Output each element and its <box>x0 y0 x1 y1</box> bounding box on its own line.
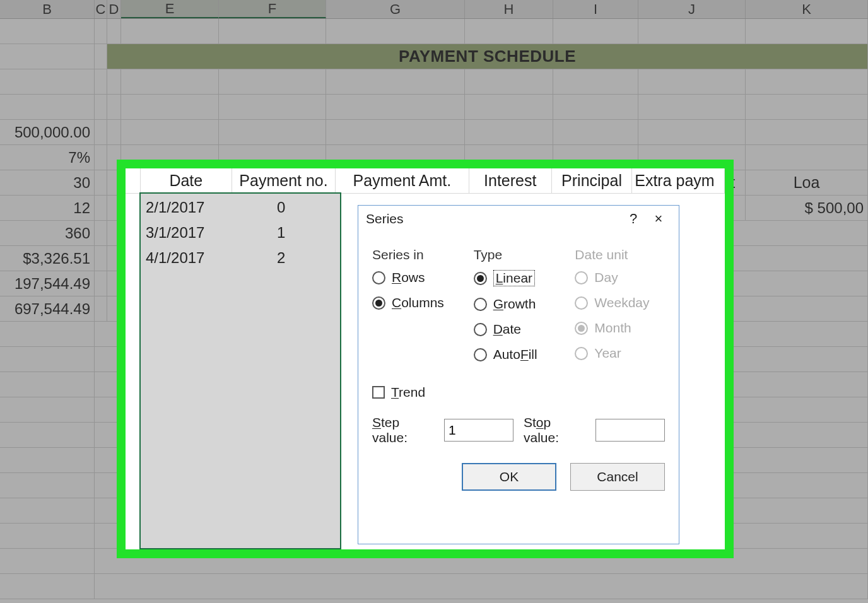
radio-rows[interactable]: Rows <box>372 270 462 285</box>
col-header-K[interactable]: K <box>746 0 868 18</box>
cell[interactable] <box>746 120 868 145</box>
cell[interactable] <box>95 196 107 221</box>
cell[interactable] <box>553 19 638 44</box>
cell[interactable] <box>746 69 868 95</box>
cell[interactable] <box>638 120 746 145</box>
cell[interactable] <box>95 44 107 69</box>
cell-b-val[interactable]: $3,326.51 <box>0 246 95 271</box>
cell[interactable] <box>0 473 95 498</box>
cell[interactable] <box>465 69 553 95</box>
col-header-C[interactable]: C <box>95 0 107 18</box>
cell[interactable] <box>107 120 121 145</box>
cell[interactable] <box>746 19 868 44</box>
cell[interactable] <box>121 19 219 44</box>
ok-button[interactable]: OK <box>462 463 556 491</box>
hdr-pno[interactable]: Payment no. <box>232 168 336 194</box>
hdr-pamt[interactable]: Payment Amt. <box>336 168 469 194</box>
cell[interactable] <box>121 69 219 95</box>
cell[interactable] <box>95 221 107 246</box>
cell[interactable] <box>326 69 465 95</box>
hdr-interest[interactable]: Interest <box>469 168 552 194</box>
selection-area[interactable] <box>141 194 340 548</box>
cell[interactable] <box>95 95 107 120</box>
cell[interactable] <box>95 120 107 145</box>
cell[interactable] <box>326 120 465 145</box>
cell[interactable] <box>638 95 746 120</box>
cancel-button[interactable]: Cancel <box>570 463 665 491</box>
cell[interactable] <box>326 19 465 44</box>
hdr-date[interactable]: Date <box>141 168 232 194</box>
cell[interactable] <box>0 448 95 473</box>
cell-b-val[interactable]: 500,000.00 <box>0 120 95 145</box>
cell[interactable] <box>107 95 121 120</box>
step-value-input[interactable] <box>444 419 513 442</box>
cell[interactable] <box>121 120 219 145</box>
col-header-E[interactable]: E <box>121 0 219 18</box>
cell[interactable] <box>219 69 326 95</box>
col-header-J[interactable]: J <box>638 0 746 18</box>
cell[interactable] <box>0 372 95 397</box>
cell[interactable] <box>95 296 107 322</box>
cell-b-val[interactable]: 7% <box>0 145 95 170</box>
radio-autofill[interactable]: AutoFill <box>474 347 563 362</box>
cell[interactable] <box>0 549 95 574</box>
cell[interactable] <box>95 19 107 44</box>
cell[interactable] <box>638 69 746 95</box>
cell-pno-0[interactable]: 0 <box>277 199 285 216</box>
cell[interactable] <box>0 95 95 120</box>
cell[interactable] <box>746 145 868 170</box>
cell[interactable] <box>553 69 638 95</box>
cell[interactable] <box>95 246 107 271</box>
radio-growth[interactable]: Growth <box>474 296 563 312</box>
col-header-B[interactable]: B <box>0 0 95 18</box>
cell[interactable] <box>95 271 107 296</box>
cell[interactable] <box>465 19 553 44</box>
cell[interactable] <box>0 322 95 347</box>
cell[interactable] <box>126 168 141 194</box>
cell[interactable] <box>746 95 868 120</box>
cell[interactable] <box>95 145 107 170</box>
hdr-extra[interactable]: Extra paym <box>632 168 725 194</box>
col-header-G[interactable]: G <box>326 0 465 18</box>
cell-date-2[interactable]: 4/1/2017 <box>146 249 204 267</box>
cell[interactable] <box>326 95 465 120</box>
stop-value-input[interactable] <box>595 419 665 442</box>
cell[interactable] <box>121 95 219 120</box>
cell-date-1[interactable]: 3/1/2017 <box>146 224 204 242</box>
cell[interactable] <box>0 423 95 448</box>
col-header-F[interactable]: F <box>219 0 326 18</box>
trend-checkbox[interactable]: Trend <box>358 380 679 409</box>
cell[interactable] <box>0 44 95 69</box>
cell[interactable] <box>0 347 95 372</box>
cell[interactable] <box>465 120 553 145</box>
cell[interactable] <box>0 19 95 44</box>
cell[interactable] <box>219 95 326 120</box>
cell[interactable] <box>219 120 326 145</box>
cell-loan-value[interactable]: $ 500,00 <box>746 196 868 221</box>
cell[interactable] <box>553 95 638 120</box>
hdr-loan[interactable]: Loa <box>746 170 868 196</box>
cell-pno-1[interactable]: 1 <box>277 224 285 242</box>
cell[interactable] <box>0 574 95 599</box>
cell[interactable] <box>465 95 553 120</box>
cell[interactable] <box>219 19 326 44</box>
cell-b-val[interactable]: 360 <box>0 221 95 246</box>
cell[interactable] <box>638 19 746 44</box>
cell-b-val[interactable]: 197,544.49 <box>0 271 95 296</box>
cell[interactable] <box>0 498 95 524</box>
cell[interactable] <box>553 120 638 145</box>
radio-date[interactable]: Date <box>474 322 563 337</box>
cell-b-val[interactable]: 30 <box>0 170 95 196</box>
cell[interactable] <box>0 524 95 549</box>
radio-linear[interactable]: Linear <box>474 270 563 286</box>
cell-date-0[interactable]: 2/1/2017 <box>146 199 204 216</box>
col-header-H[interactable]: H <box>465 0 553 18</box>
col-header-I[interactable]: I <box>553 0 638 18</box>
cell[interactable] <box>0 69 95 95</box>
cell-b-val[interactable]: 12 <box>0 196 95 221</box>
cell[interactable] <box>107 19 121 44</box>
radio-columns[interactable]: Columns <box>372 295 462 310</box>
cell[interactable] <box>95 170 107 196</box>
cell[interactable] <box>107 69 121 95</box>
close-icon[interactable]: × <box>646 206 671 231</box>
